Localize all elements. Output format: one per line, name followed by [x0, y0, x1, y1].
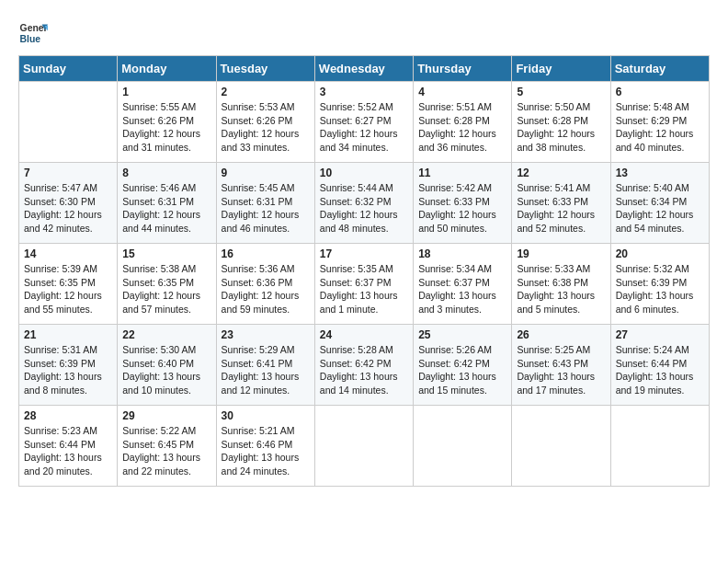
day-info: Sunset: 6:30 PM: [24, 195, 112, 209]
day-number: 20: [616, 247, 704, 260]
day-info: Daylight: 13 hours: [222, 451, 310, 465]
day-info: Daylight: 13 hours: [418, 289, 506, 303]
day-info: Sunset: 6:43 PM: [517, 357, 605, 371]
day-info: and 46 minutes.: [222, 222, 310, 236]
day-info: Sunrise: 5:45 AM: [222, 181, 310, 195]
day-info: and 3 minutes.: [418, 303, 506, 316]
calendar-cell: 14Sunrise: 5:39 AMSunset: 6:35 PMDayligh…: [19, 244, 118, 325]
day-info: Sunset: 6:40 PM: [122, 357, 210, 371]
day-info: and 20 minutes.: [24, 465, 112, 478]
day-info: Sunset: 6:31 PM: [222, 195, 310, 209]
day-info: Daylight: 12 hours: [517, 127, 605, 141]
day-info: Daylight: 13 hours: [418, 370, 506, 384]
calendar-header-saturday: Saturday: [610, 56, 709, 82]
calendar-cell: 13Sunrise: 5:40 AMSunset: 6:34 PMDayligh…: [610, 163, 709, 244]
calendar-cell: 25Sunrise: 5:26 AMSunset: 6:42 PMDayligh…: [414, 325, 512, 406]
day-info: and 57 minutes.: [122, 303, 210, 316]
day-info: Daylight: 13 hours: [122, 451, 210, 465]
calendar-cell: 16Sunrise: 5:36 AMSunset: 6:36 PMDayligh…: [216, 244, 314, 325]
day-info: Sunrise: 5:38 AM: [122, 262, 210, 276]
day-number: 10: [320, 167, 408, 179]
calendar-header-monday: Monday: [118, 56, 216, 82]
calendar-cell: 4Sunrise: 5:51 AMSunset: 6:28 PMDaylight…: [414, 82, 512, 163]
day-info: Sunset: 6:26 PM: [222, 114, 310, 128]
day-info: Sunset: 6:27 PM: [320, 114, 408, 128]
calendar-week-row: 28Sunrise: 5:23 AMSunset: 6:44 PMDayligh…: [19, 406, 710, 487]
day-info: Sunset: 6:44 PM: [24, 438, 112, 452]
day-info: Sunrise: 5:55 AM: [122, 100, 210, 114]
day-number: 29: [122, 409, 210, 422]
day-info: Sunset: 6:31 PM: [122, 195, 210, 209]
calendar-cell: [610, 406, 709, 487]
day-info: Daylight: 12 hours: [222, 127, 310, 141]
day-info: Sunrise: 5:32 AM: [616, 262, 704, 276]
day-info: and 38 minutes.: [517, 141, 605, 155]
day-info: Sunrise: 5:25 AM: [517, 343, 605, 357]
logo-icon: General Blue: [18, 18, 48, 48]
day-info: Daylight: 12 hours: [616, 127, 704, 141]
day-info: Sunset: 6:29 PM: [616, 114, 704, 128]
calendar-cell: [512, 406, 610, 487]
day-info: Sunset: 6:33 PM: [517, 195, 605, 209]
calendar-cell: 23Sunrise: 5:29 AMSunset: 6:41 PMDayligh…: [216, 325, 314, 406]
day-info: Sunrise: 5:23 AM: [24, 424, 112, 438]
day-number: 27: [616, 328, 704, 341]
calendar-week-row: 1Sunrise: 5:55 AMSunset: 6:26 PMDaylight…: [19, 82, 710, 163]
day-info: Daylight: 13 hours: [24, 451, 112, 465]
day-info: and 59 minutes.: [222, 303, 310, 316]
day-info: Sunrise: 5:50 AM: [517, 100, 605, 114]
day-info: and 31 minutes.: [122, 141, 210, 155]
day-info: Sunset: 6:41 PM: [222, 357, 310, 371]
calendar-week-row: 14Sunrise: 5:39 AMSunset: 6:35 PMDayligh…: [19, 244, 710, 325]
calendar-cell: [314, 406, 413, 487]
day-number: 22: [122, 328, 210, 341]
day-info: and 55 minutes.: [24, 303, 112, 316]
day-info: Sunset: 6:42 PM: [320, 357, 408, 371]
calendar-cell: 1Sunrise: 5:55 AMSunset: 6:26 PMDaylight…: [118, 82, 216, 163]
day-info: Daylight: 12 hours: [320, 127, 408, 141]
day-info: Daylight: 12 hours: [24, 208, 112, 222]
calendar-cell: 28Sunrise: 5:23 AMSunset: 6:44 PMDayligh…: [19, 406, 118, 487]
day-info: and 1 minute.: [320, 303, 408, 316]
calendar-cell: 6Sunrise: 5:48 AMSunset: 6:29 PMDaylight…: [610, 82, 709, 163]
day-info: Sunrise: 5:29 AM: [222, 343, 310, 357]
day-info: Sunset: 6:37 PM: [418, 276, 506, 290]
day-number: 26: [517, 328, 605, 341]
day-info: Sunset: 6:42 PM: [418, 357, 506, 371]
day-info: and 48 minutes.: [320, 222, 408, 236]
day-info: Daylight: 12 hours: [320, 208, 408, 222]
day-info: Sunset: 6:34 PM: [616, 195, 704, 209]
day-info: Sunrise: 5:26 AM: [418, 343, 506, 357]
day-info: Sunrise: 5:47 AM: [24, 181, 112, 195]
day-info: Daylight: 12 hours: [418, 127, 506, 141]
calendar-header-row: SundayMondayTuesdayWednesdayThursdayFrid…: [19, 56, 710, 82]
day-info: and 10 minutes.: [122, 384, 210, 397]
calendar-header-thursday: Thursday: [414, 56, 512, 82]
calendar-cell: 2Sunrise: 5:53 AMSunset: 6:26 PMDaylight…: [216, 82, 314, 163]
day-info: Daylight: 12 hours: [616, 208, 704, 222]
day-info: and 33 minutes.: [222, 141, 310, 155]
day-info: Sunrise: 5:28 AM: [320, 343, 408, 357]
calendar-cell: [414, 406, 512, 487]
calendar-body: 1Sunrise: 5:55 AMSunset: 6:26 PMDaylight…: [19, 82, 710, 487]
day-number: 3: [320, 86, 408, 98]
calendar-cell: 5Sunrise: 5:50 AMSunset: 6:28 PMDaylight…: [512, 82, 610, 163]
day-info: and 42 minutes.: [24, 222, 112, 236]
day-number: 28: [24, 409, 112, 422]
day-info: Daylight: 13 hours: [24, 370, 112, 384]
day-info: Sunset: 6:46 PM: [222, 438, 310, 452]
calendar-header-friday: Friday: [512, 56, 610, 82]
day-info: Daylight: 13 hours: [320, 370, 408, 384]
day-number: 6: [616, 86, 704, 98]
day-info: Daylight: 12 hours: [24, 289, 112, 303]
calendar-cell: 29Sunrise: 5:22 AMSunset: 6:45 PMDayligh…: [118, 406, 216, 487]
calendar-cell: 7Sunrise: 5:47 AMSunset: 6:30 PMDaylight…: [19, 163, 118, 244]
day-info: Daylight: 13 hours: [320, 289, 408, 303]
day-number: 18: [418, 247, 506, 260]
page-header: General Blue: [18, 18, 710, 48]
calendar-cell: 12Sunrise: 5:41 AMSunset: 6:33 PMDayligh…: [512, 163, 610, 244]
day-info: Sunrise: 5:42 AM: [418, 181, 506, 195]
day-number: 7: [24, 167, 112, 179]
calendar-cell: 10Sunrise: 5:44 AMSunset: 6:32 PMDayligh…: [314, 163, 413, 244]
calendar-cell: 20Sunrise: 5:32 AMSunset: 6:39 PMDayligh…: [610, 244, 709, 325]
